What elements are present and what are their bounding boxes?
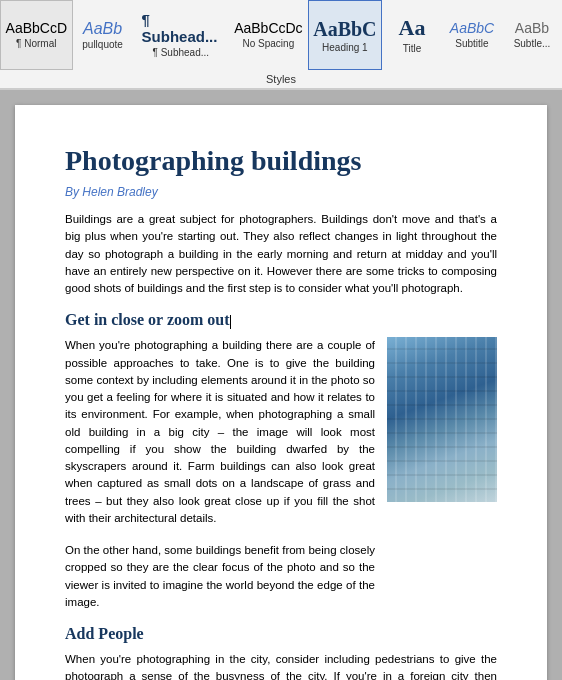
styles-label: Styles [266,73,296,85]
style-subtitle[interactable]: AaBbC Subtitle [442,0,502,70]
text-cursor [230,315,231,329]
style-subtitle-preview: AaBbC [450,21,494,36]
section1-heading: Get in close or zoom out [65,311,497,329]
building-image [387,337,497,502]
styles-label-bar: Styles [0,70,562,89]
style-normal-label: ¶ Normal [16,38,56,49]
style-pullquote-preview: AaBb [83,20,122,38]
section2-text: When you're photographing in the city, c… [65,651,497,680]
style-subtle[interactable]: AaBb Subtle... [502,0,562,70]
style-subtitle-label: Subtitle [455,38,488,49]
styles-toolbar: AaBbCcD ¶ Normal AaBb pullquote ¶ Subhea… [0,0,562,90]
style-pullquote-label: pullquote [82,39,123,50]
style-normal-preview: AaBbCcD [6,21,67,36]
style-subheading-label: ¶ Subhead... [153,47,210,58]
document-byline: By Helen Bradley [65,185,497,199]
section1-text2: On the other hand, some buildings benefi… [65,542,375,611]
style-subtle-preview: AaBb [515,21,549,36]
style-heading1-label: Heading 1 [322,42,368,53]
document-intro: Buildings are a great subject for photog… [65,211,497,297]
style-normal[interactable]: AaBbCcD ¶ Normal [0,0,73,70]
section1-text1: When you're photographing a building the… [65,337,375,527]
style-title[interactable]: Aa Title [382,0,442,70]
style-subheading[interactable]: ¶ Subhead... ¶ Subhead... [133,0,229,70]
style-pullquote[interactable]: AaBb pullquote [73,0,133,70]
style-title-label: Title [403,43,422,54]
style-nospacing-preview: AaBbCcDc [234,21,302,36]
section2-heading: Add People [65,625,497,643]
style-nospacing-label: No Spacing [243,38,295,49]
section1-text-block: When you're photographing a building the… [65,337,375,611]
styles-row: AaBbCcD ¶ Normal AaBb pullquote ¶ Subhea… [0,0,562,70]
page: Photographing buildings By Helen Bradley… [15,105,547,680]
style-subheading-preview: ¶ Subhead... [142,12,220,45]
style-heading1[interactable]: AaBbC Heading 1 [308,0,382,70]
style-nospacing[interactable]: AaBbCcDc No Spacing [229,0,308,70]
document-area: Photographing buildings By Helen Bradley… [0,90,562,680]
document-title: Photographing buildings [65,145,497,177]
section1-content: When you're photographing a building the… [65,337,497,611]
style-title-preview: Aa [399,16,426,40]
style-heading1-preview: AaBbC [313,18,376,40]
style-subtle-label: Subtle... [514,38,551,49]
